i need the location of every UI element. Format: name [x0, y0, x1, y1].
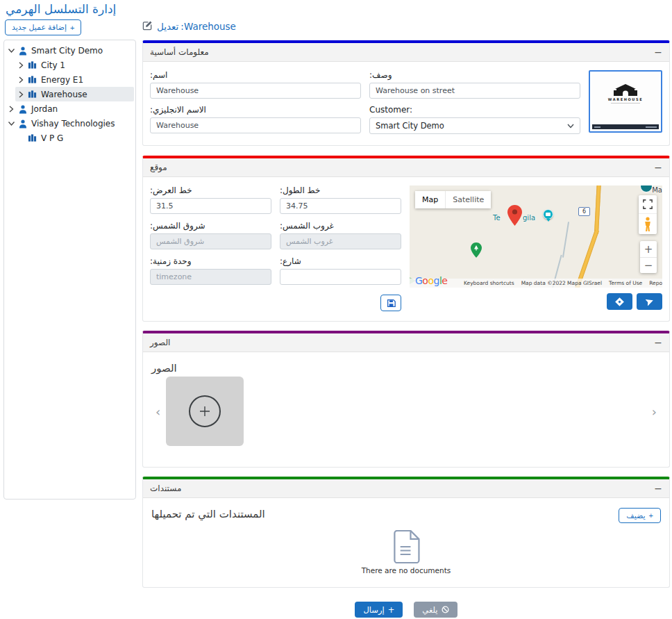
- submit-button[interactable]: إرسال +: [355, 602, 403, 618]
- tree-item-label: Jordan: [31, 104, 58, 114]
- tree-item-v-p-g[interactable]: V P G: [15, 131, 134, 145]
- save-location-button[interactable]: [380, 295, 401, 311]
- person-icon: [18, 104, 28, 114]
- fullscreen-icon[interactable]: [639, 195, 657, 213]
- map-data-text: Map data ©2022 Mapa GISrael: [521, 280, 602, 286]
- tree-item-warehouse-selected[interactable]: Warehouse: [15, 87, 134, 101]
- plus-icon: +: [388, 605, 395, 615]
- customer-label: Customer:: [369, 105, 412, 115]
- tree-item-label: Vishay Technologies: [31, 119, 115, 129]
- map-tab[interactable]: Map: [415, 191, 445, 208]
- images-card: الصور − الصور ‹ ›: [142, 331, 670, 468]
- carousel-next-icon[interactable]: ›: [646, 404, 662, 419]
- hierarchy-tree-panel: Smart City Demo City 1 Energy E1 Warehou…: [3, 40, 136, 500]
- tree-item-smart-city-demo[interactable]: Smart City Demo: [6, 43, 134, 58]
- poi-marker-top: [640, 185, 653, 192]
- edit-entity-name: :Warehouse: [180, 21, 236, 32]
- poi-label-top: Ma: [652, 186, 662, 194]
- park-pin: [471, 242, 482, 260]
- timezone-field-group: وحدة زمنية:: [150, 256, 271, 285]
- sunset-field-group: غروب الشمس:: [280, 221, 401, 249]
- buildings-icon: [28, 133, 37, 142]
- tree-item-jordan[interactable]: Jordan: [6, 101, 134, 116]
- map-view-controls: [639, 195, 657, 234]
- carousel-prev-icon[interactable]: ‹: [150, 404, 166, 419]
- location-header: موقع −: [143, 158, 669, 177]
- form-footer: إرسال + يلغي: [142, 602, 670, 618]
- chevron-right-icon[interactable]: [18, 91, 24, 98]
- map-type-control: Map Satellite: [415, 191, 491, 208]
- tree-item-label: Smart City Demo: [31, 46, 103, 56]
- sunrise-field-group: شروق الشمس:: [150, 221, 271, 249]
- buildings-icon: [28, 90, 37, 99]
- zoom-out-button[interactable]: −: [640, 257, 657, 273]
- warehouse-glyph: [614, 83, 637, 96]
- tree-item-vishay-technologies[interactable]: Vishay Technologies: [6, 116, 134, 131]
- longitude-input[interactable]: [280, 198, 401, 214]
- document-icon: [392, 530, 421, 563]
- chevron-right-icon[interactable]: [18, 62, 24, 69]
- tree-item-city-1[interactable]: City 1: [15, 58, 134, 72]
- chevron-down-icon[interactable]: [8, 47, 15, 54]
- sunrise-label: شروق الشمس:: [150, 221, 205, 231]
- customer-field-group: Customer: Smart City Demo: [369, 105, 580, 134]
- collapse-icon[interactable]: −: [654, 163, 662, 172]
- plus-icon: +: [70, 24, 74, 32]
- google-logo[interactable]: Google: [415, 275, 447, 286]
- location-card: موقع − خط العرض: خط الطول: شروق الشمس: غ…: [142, 156, 670, 322]
- basic-info-card: معلومات أساسية − اسم: وصف: WAREHOUSE: [142, 40, 670, 146]
- name-input[interactable]: [150, 83, 361, 99]
- tree-item-energy-e1[interactable]: Energy E1: [15, 72, 134, 87]
- entity-thumbnail-cell: WAREHOUSE: [589, 70, 662, 134]
- pegman-icon[interactable]: [639, 213, 657, 234]
- english-name-input[interactable]: [150, 117, 361, 133]
- chevron-down-icon[interactable]: [8, 120, 15, 127]
- add-document-button[interactable]: يضيف +: [619, 508, 661, 523]
- description-input[interactable]: [369, 83, 580, 99]
- name-field-group: اسم:: [150, 70, 361, 99]
- collapse-icon[interactable]: −: [654, 484, 662, 493]
- longitude-field-group: خط الطول:: [280, 185, 401, 214]
- street-input[interactable]: [280, 269, 401, 285]
- keyboard-shortcuts-link[interactable]: Keyboard shortcuts: [464, 280, 514, 286]
- directions-button[interactable]: [607, 293, 632, 310]
- cancel-button[interactable]: يلغي: [414, 602, 457, 618]
- satellite-tab[interactable]: Satellite: [445, 191, 491, 208]
- chevron-right-icon[interactable]: [8, 106, 15, 113]
- sunset-input: [280, 233, 401, 249]
- navigate-button[interactable]: [637, 293, 662, 310]
- collapse-icon[interactable]: −: [654, 47, 662, 57]
- description-field-group: وصف:: [369, 70, 580, 99]
- no-documents-text: There are no documents: [362, 566, 451, 575]
- english-name-field-group: الاسم الانجليزي:: [150, 105, 361, 134]
- street-field-group: شارع:: [280, 256, 401, 285]
- plus-icon: +: [649, 511, 653, 520]
- terms-of-use-link[interactable]: Terms of Use: [609, 280, 642, 286]
- stream-line: [562, 222, 569, 258]
- submit-label: إرسال: [363, 605, 384, 615]
- zoom-in-button[interactable]: +: [640, 241, 657, 257]
- chevron-right-icon[interactable]: [18, 76, 24, 83]
- map-zoom-control: + −: [640, 241, 657, 273]
- chevron-down-icon: [567, 124, 574, 129]
- customer-select[interactable]: Smart City Demo: [369, 117, 580, 134]
- pencil-square-icon: [142, 20, 153, 33]
- latitude-input[interactable]: [150, 198, 271, 214]
- add-document-label: يضيف: [626, 511, 645, 520]
- edit-label: تعديل: [157, 21, 178, 32]
- add-image-tile[interactable]: [166, 377, 244, 446]
- buildings-icon: [28, 75, 37, 84]
- tree-item-label: Warehouse: [41, 90, 87, 99]
- longitude-label: خط الطول:: [280, 185, 320, 195]
- report-map-error-link[interactable]: Report a map error: [649, 280, 662, 286]
- poi-label-right: gila: [523, 214, 535, 222]
- warehouse-logo-image[interactable]: WAREHOUSE: [589, 70, 662, 133]
- ban-icon: [442, 606, 449, 613]
- location-map-column: Map Satellite 6 Te gila Ma: [410, 185, 662, 311]
- collapse-icon[interactable]: −: [654, 338, 662, 347]
- images-inner-label: الصور: [151, 362, 177, 374]
- google-map[interactable]: Map Satellite 6 Te gila Ma: [410, 185, 662, 288]
- add-client-button[interactable]: إضافة عميل جديد +: [5, 19, 81, 35]
- poi-label-left: Te: [493, 214, 501, 222]
- location-body: خط العرض: خط الطول: شروق الشمس: غروب الش…: [143, 177, 669, 321]
